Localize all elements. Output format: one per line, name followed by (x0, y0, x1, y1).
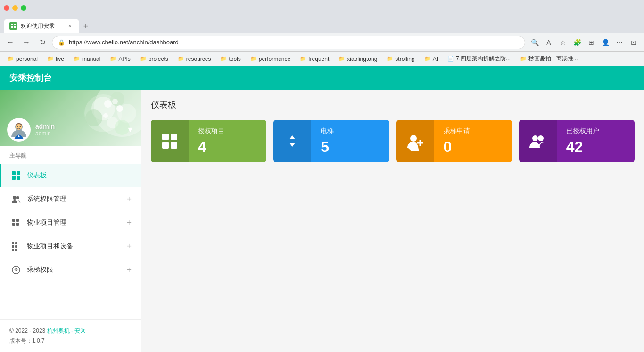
user-section: admin admin ▼ (0, 90, 141, 146)
svg-rect-26 (12, 223, 15, 226)
folder-icon: 📁 (387, 56, 393, 62)
bookmark-apis[interactable]: 📁 APIs (106, 55, 134, 63)
reload-button[interactable]: ↻ (36, 36, 49, 49)
maximize-button[interactable] (21, 5, 26, 11)
bookmark-painting[interactable]: 📁 秒画趣拍 - 商汤推... (516, 54, 582, 64)
nav-item-system-auth[interactable]: 系统权限管理 + (0, 187, 141, 211)
card-authorized-users[interactable]: 已授权用户 42 (519, 120, 635, 162)
svg-rect-37 (171, 134, 177, 140)
new-tab-button[interactable]: + (79, 20, 92, 33)
sidebar-footer: © 2022 - 2023 杭州奥机 - 安乘 版本号：1.0.7 (0, 319, 141, 352)
svg-point-44 (538, 135, 544, 141)
split-view-icon[interactable]: ⊞ (585, 36, 598, 49)
bookmark-label: manual (82, 56, 100, 62)
forward-button[interactable]: → (20, 36, 33, 49)
footer-link[interactable]: 杭州奥机 - 安乘 (47, 327, 86, 334)
back-button[interactable]: ← (4, 36, 17, 49)
bookmark-frequent[interactable]: 📁 frequent (296, 55, 333, 63)
tab-close-button[interactable]: × (66, 22, 74, 30)
url-input[interactable]: 🔒 https://www.chelio.net/anchin/dashboar… (52, 36, 525, 49)
app-content: 安乘控制台 (0, 66, 644, 352)
active-tab[interactable]: 欢迎使用安乘 × (4, 19, 79, 33)
folder-icon: 📁 (8, 56, 14, 62)
extension-icon[interactable]: 🧩 (570, 36, 584, 49)
user-dropdown-button[interactable]: ▼ (126, 126, 134, 134)
expand-icon[interactable]: + (126, 242, 132, 251)
svg-rect-39 (171, 142, 177, 149)
svg-rect-38 (162, 142, 169, 149)
card-value: 4 (198, 138, 257, 156)
bookmark-architecture[interactable]: 📄 7.四层架构拆解之防... (444, 54, 514, 64)
avatar (7, 118, 31, 142)
toolbar-icons: 🔍 A ☆ 🧩 ⊞ 👤 ⋯ ⊡ (528, 36, 640, 49)
user-info: admin admin ▼ (7, 118, 134, 142)
bookmark-star-icon[interactable]: ☆ (556, 36, 570, 49)
bookmarks-bar: 📁 personal 📁 live 📁 manual 📁 APIs 📁 proj… (0, 52, 644, 66)
system-auth-icon (11, 194, 21, 204)
bookmark-xiaolingtong[interactable]: 📁 xiaolingtong (335, 55, 381, 63)
nav-item-label: 仪表板 (27, 171, 132, 180)
card-label: 电梯 (321, 127, 380, 135)
bookmark-label: frequent (308, 56, 329, 62)
minimize-button[interactable] (12, 5, 18, 11)
bookmark-label: AI (433, 56, 438, 62)
bookmark-ai[interactable]: 📁 AI (421, 55, 442, 63)
card-authorized-projects[interactable]: 授权项目 4 (151, 120, 266, 162)
folder-icon: 📁 (250, 56, 257, 62)
svg-point-22 (13, 196, 17, 200)
svg-point-5 (110, 92, 124, 106)
title-bar (0, 0, 644, 16)
nav-item-property-equipment[interactable]: 物业项目和设备 + (0, 235, 141, 258)
expand-icon[interactable]: + (126, 194, 132, 204)
svg-point-43 (532, 135, 538, 141)
bookmark-projects[interactable]: 📁 projects (136, 55, 172, 63)
expand-icon[interactable]: + (126, 218, 132, 228)
svg-rect-1 (14, 24, 16, 25)
bookmark-manual[interactable]: 📁 manual (70, 55, 104, 63)
folder-icon: 📁 (74, 56, 80, 62)
bookmark-label: projects (149, 56, 168, 62)
card-icon-section (519, 120, 557, 162)
card-icon-section (396, 120, 434, 162)
bookmark-label: tools (229, 56, 240, 62)
folder-icon: 📁 (140, 56, 147, 62)
bookmark-resources[interactable]: 📁 resources (174, 55, 215, 63)
add-user-icon (406, 132, 425, 151)
expand-icon[interactable]: + (126, 265, 132, 275)
svg-point-10 (104, 100, 112, 108)
bookmark-tools[interactable]: 📁 tools (216, 55, 244, 63)
bookmark-label: resources (186, 56, 211, 62)
nav-item-property-project[interactable]: 物业项目管理 + (0, 211, 141, 235)
folder-icon: 📁 (520, 56, 527, 62)
bookmark-label: xiaolingtong (347, 56, 377, 62)
svg-point-40 (410, 135, 417, 142)
svg-rect-36 (162, 134, 169, 140)
folder-icon: 📁 (178, 56, 184, 62)
traffic-lights (4, 5, 26, 11)
close-button[interactable] (4, 5, 9, 11)
bookmark-strolling[interactable]: 📁 strolling (383, 55, 418, 63)
svg-rect-31 (15, 245, 17, 248)
bookmark-label: performance (259, 56, 290, 62)
svg-rect-3 (14, 26, 16, 28)
user-profile-icon[interactable]: 👤 (599, 36, 612, 49)
bookmark-personal[interactable]: 📁 personal (4, 55, 41, 63)
bookmark-live[interactable]: 📁 live (43, 55, 68, 63)
address-bar: ← → ↻ 🔒 https://www.chelio.net/anchin/da… (0, 33, 644, 52)
svg-point-16 (17, 126, 18, 127)
card-elevator-applications[interactable]: 乘梯申请 0 (396, 120, 512, 162)
tab-title: 欢迎使用安乘 (21, 22, 62, 30)
card-label: 已授权用户 (566, 127, 625, 135)
svg-rect-27 (16, 223, 19, 226)
bookmark-performance[interactable]: 📁 performance (247, 55, 294, 63)
search-icon[interactable]: 🔍 (528, 36, 541, 49)
settings-icon[interactable]: ⋯ (613, 36, 626, 49)
card-elevators[interactable]: 电梯 5 (273, 120, 389, 162)
card-info: 已授权用户 42 (557, 120, 635, 162)
nav-item-elevator-auth[interactable]: 乘梯权限 + (0, 258, 141, 282)
svg-rect-19 (17, 171, 20, 175)
font-icon[interactable]: A (542, 36, 555, 49)
nav-item-dashboard[interactable]: 仪表板 (0, 164, 141, 187)
svg-point-13 (103, 113, 108, 118)
new-window-icon[interactable]: ⊡ (627, 36, 640, 49)
